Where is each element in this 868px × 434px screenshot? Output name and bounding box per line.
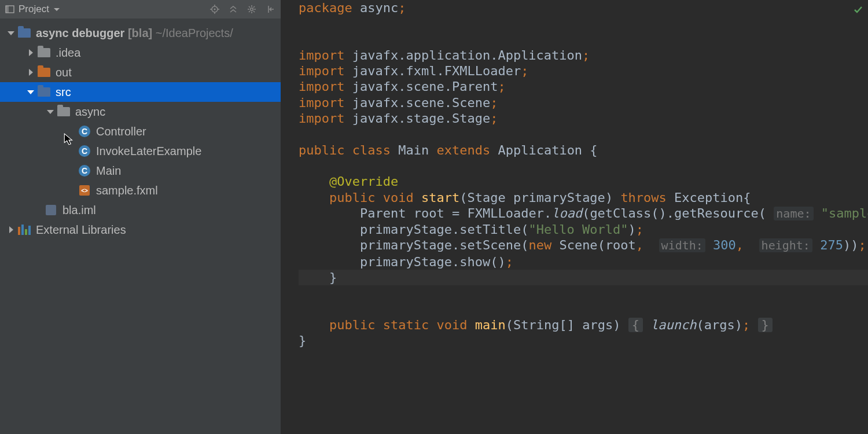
expand-toggle-icon[interactable] xyxy=(6,226,16,233)
module-folder-icon xyxy=(17,27,31,39)
tree-item-label: .idea xyxy=(56,46,80,60)
collapse-all-icon[interactable] xyxy=(226,2,240,16)
project-tree[interactable]: async debugger [bla] ~/IdeaProjects/ .id… xyxy=(0,19,281,434)
expand-toggle-icon[interactable] xyxy=(25,90,36,94)
tree-item-label: async debugger [bla] ~/IdeaProjects/ xyxy=(36,27,233,40)
tree-item-label: External Libraries xyxy=(36,223,126,237)
folder-icon xyxy=(37,67,51,78)
locate-icon[interactable] xyxy=(208,2,222,16)
libraries-icon xyxy=(17,224,31,236)
expand-toggle-icon[interactable] xyxy=(25,49,36,56)
tree-item-label: bla.iml xyxy=(62,204,96,217)
svg-point-8 xyxy=(251,8,253,11)
tree-item-label: InvokeLaterExample xyxy=(96,145,201,158)
code-fold[interactable]: } xyxy=(758,318,773,332)
inspection-ok-icon[interactable] xyxy=(853,3,863,19)
project-view-dropdown-icon[interactable] xyxy=(54,8,60,11)
svg-rect-1 xyxy=(6,6,9,13)
tree-root[interactable]: async debugger [bla] ~/IdeaProjects/ xyxy=(0,23,281,43)
tree-item-class-main[interactable]: C Main xyxy=(0,161,281,181)
tree-item-pkg-async[interactable]: async xyxy=(0,102,281,122)
tree-item-class-invokelater[interactable]: C InvokeLaterExample xyxy=(0,141,281,161)
inline-hint: name: xyxy=(774,207,813,220)
svg-line-14 xyxy=(253,11,255,12)
tree-item-label: Main xyxy=(96,164,121,178)
inline-hint: width: xyxy=(659,238,705,252)
hide-panel-icon[interactable] xyxy=(263,2,277,16)
tree-item-label: src xyxy=(56,86,71,99)
settings-icon[interactable] xyxy=(245,2,259,16)
code-fold[interactable]: { xyxy=(628,318,643,332)
package-folder-icon xyxy=(57,106,71,117)
svg-line-15 xyxy=(249,11,250,12)
iml-file-icon xyxy=(44,204,58,216)
source-folder-icon xyxy=(37,86,51,98)
tree-item-iml[interactable]: bla.iml xyxy=(0,200,281,220)
inline-hint: height: xyxy=(759,238,812,252)
tree-item-class-controller[interactable]: C Controller xyxy=(0,122,281,141)
tree-item-external-libraries[interactable]: External Libraries xyxy=(0,220,281,240)
tree-item-label: Controller xyxy=(96,125,146,138)
tree-item-label: sample.fxml xyxy=(96,184,158,197)
code-editor[interactable]: package async; import javafx.application… xyxy=(281,0,868,434)
code-content[interactable]: package async; import javafx.application… xyxy=(299,0,868,349)
project-panel-header: Project xyxy=(0,0,281,19)
expand-toggle-icon[interactable] xyxy=(45,110,56,114)
project-panel: Project async debugger xyxy=(0,0,281,434)
class-icon: C xyxy=(78,145,91,157)
tree-item-out[interactable]: out xyxy=(0,62,281,82)
expand-toggle-icon[interactable] xyxy=(6,31,16,35)
svg-line-16 xyxy=(253,6,255,8)
tree-item-label: async xyxy=(75,105,105,119)
svg-point-3 xyxy=(214,9,216,10)
project-panel-title[interactable]: Project xyxy=(19,3,49,15)
tree-item-label: out xyxy=(56,66,72,79)
class-icon: C xyxy=(78,126,91,137)
tree-item-fxml[interactable]: <> sample.fxml xyxy=(0,181,281,200)
fxml-file-icon: <> xyxy=(78,185,91,196)
folder-icon xyxy=(37,47,51,58)
expand-toggle-icon[interactable] xyxy=(25,69,36,76)
class-icon: C xyxy=(78,165,91,176)
svg-line-13 xyxy=(249,6,250,8)
project-view-icon xyxy=(5,4,15,14)
tree-item-idea[interactable]: .idea xyxy=(0,43,281,62)
tree-item-src[interactable]: src xyxy=(0,82,281,102)
